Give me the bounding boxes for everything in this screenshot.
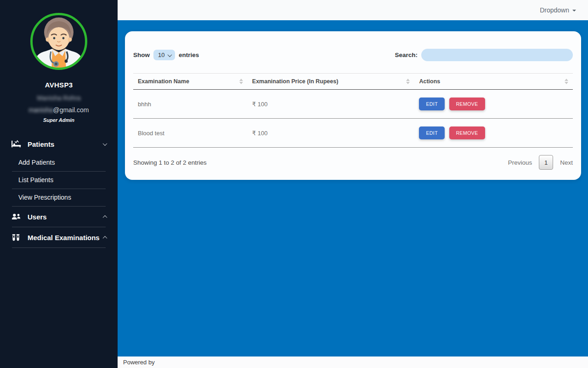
page-size-select-wrap: 10	[153, 50, 175, 60]
chevron-up-icon	[103, 236, 107, 240]
column-header-actions[interactable]: Actions	[414, 74, 573, 90]
remove-button[interactable]: REMOVE	[449, 126, 485, 139]
edit-button[interactable]: EDIT	[419, 126, 445, 139]
avatar	[29, 12, 88, 71]
sidebar-item-add-patients[interactable]: Add Patients	[12, 154, 106, 172]
next-page-button[interactable]: Next	[560, 159, 573, 166]
sidebar-item-list-patients[interactable]: List Patients	[12, 172, 106, 189]
sidebar-item-label: Medical Examinations	[28, 234, 103, 242]
dropdown-label: Dropdown	[540, 6, 569, 14]
search-label: Search:	[395, 52, 418, 58]
caret-down-icon	[572, 10, 576, 12]
profile-email-domain: @gmail.com	[53, 106, 89, 114]
search-input[interactable]	[421, 49, 573, 61]
profile-username: AVHSP3	[0, 81, 118, 89]
doctor-avatar-illustration	[29, 12, 88, 71]
edit-button[interactable]: EDIT	[419, 98, 445, 110]
pagination: Previous 1 Next	[508, 155, 573, 170]
sort-icon	[565, 79, 568, 84]
examination-name-cell: Blood test	[133, 119, 248, 148]
entries-label: entries	[179, 52, 199, 58]
profile-email-user: manisha	[29, 106, 53, 114]
table-header-row: Examination Name Exmanination Price (In …	[133, 74, 573, 90]
sidebar-menu: Patients Add Patients List Patients View…	[0, 134, 118, 248]
main-column: Dropdown Show 10 entries Search:	[118, 0, 588, 368]
divider	[12, 247, 106, 248]
column-header-examination-name[interactable]: Examination Name	[133, 74, 248, 90]
chevron-down-icon	[103, 141, 107, 146]
examination-price-cell: ₹ 100	[248, 90, 415, 119]
page-length-control: Show 10 entries	[133, 50, 199, 60]
remove-button[interactable]: REMOVE	[449, 98, 485, 110]
sidebar-item-label: Patients	[28, 140, 103, 148]
chevron-up-icon	[103, 215, 107, 219]
table-row: Blood test ₹ 100 EDIT REMOVE	[133, 119, 573, 148]
table-footer: Showing 1 to 2 of 2 entries Previous 1 N…	[133, 148, 573, 170]
sidebar-item-users[interactable]: Users	[0, 207, 118, 227]
examination-name-cell: bhhh	[133, 90, 248, 119]
entries-info: Showing 1 to 2 of 2 entries	[133, 159, 207, 166]
current-page-button[interactable]: 1	[539, 155, 553, 170]
powered-by-text: Powered by	[123, 359, 155, 366]
examinations-table: Examination Name Exmanination Price (In …	[133, 73, 573, 148]
previous-page-button[interactable]: Previous	[508, 159, 532, 166]
sidebar: AVHSP3 Manisha Rohra manisha@gmail.com S…	[0, 0, 118, 368]
examination-price-cell: ₹ 100	[248, 119, 415, 148]
profile-email: manisha@gmail.com	[0, 106, 118, 114]
profile-fullname: Manisha Rohra	[0, 94, 118, 102]
patient-bed-icon	[11, 139, 21, 149]
vials-icon	[11, 233, 21, 242]
table-row: bhhh ₹ 100 EDIT REMOVE	[133, 90, 573, 119]
search-control: Search:	[395, 49, 573, 61]
column-label: Actions	[419, 78, 440, 85]
topbar: Dropdown	[118, 0, 588, 20]
content-area: Show 10 entries Search:	[118, 20, 588, 356]
footer: Powered by	[118, 356, 588, 368]
sidebar-item-patients[interactable]: Patients	[0, 134, 118, 154]
sort-icon	[406, 79, 410, 84]
actions-cell: EDIT REMOVE	[414, 119, 573, 148]
users-icon	[11, 212, 21, 221]
sort-icon	[239, 79, 243, 84]
column-label: Examination Name	[138, 78, 189, 85]
column-header-examination-price[interactable]: Exmanination Price (In Rupees)	[248, 74, 415, 90]
profile-section: AVHSP3 Manisha Rohra manisha@gmail.com S…	[0, 0, 118, 123]
column-label: Exmanination Price (In Rupees)	[252, 78, 339, 85]
user-dropdown[interactable]: Dropdown	[540, 6, 576, 14]
examinations-card: Show 10 entries Search:	[125, 31, 581, 180]
sidebar-item-medical-examinations[interactable]: Medical Examinations	[0, 227, 118, 247]
profile-role: Super Admin	[0, 117, 118, 123]
table-controls: Show 10 entries Search:	[133, 49, 573, 61]
sidebar-item-label: Users	[28, 213, 103, 221]
sidebar-item-view-prescriptions[interactable]: View Prescriptions	[12, 189, 106, 207]
show-label: Show	[133, 52, 150, 58]
actions-cell: EDIT REMOVE	[414, 90, 573, 119]
